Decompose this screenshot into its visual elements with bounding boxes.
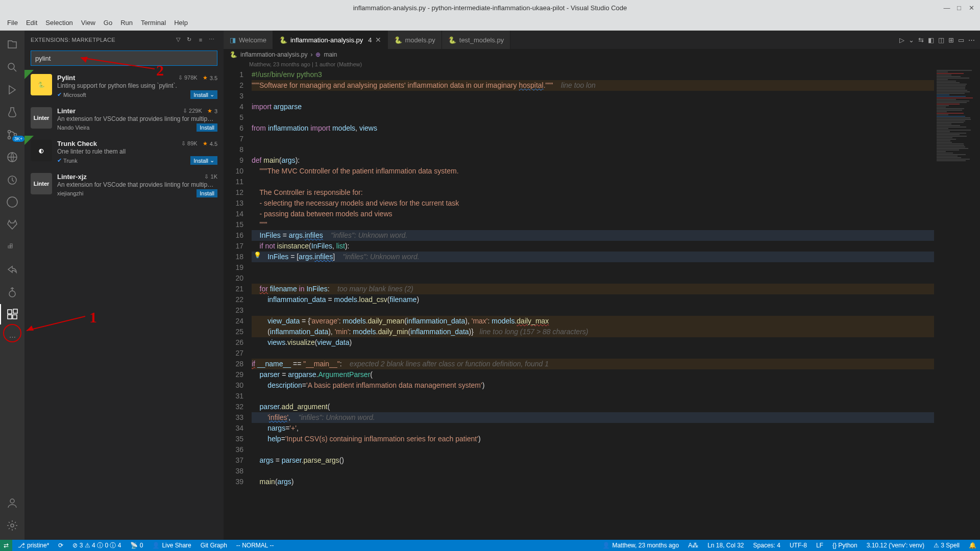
svg-point-16 — [11, 524, 14, 527]
extension-publisher: ✔ Microsoft — [57, 91, 86, 98]
status-ai[interactable]: A⁂ — [684, 540, 702, 551]
svg-rect-11 — [8, 310, 12, 314]
more-actions-icon[interactable]: ⋯ — [206, 34, 217, 45]
extension-search-input[interactable] — [31, 51, 217, 66]
remote-explorer-icon[interactable] — [0, 147, 24, 167]
tab-label: models.py — [405, 36, 435, 44]
status-cursor[interactable]: Ln 18, Col 32 — [704, 540, 747, 551]
tab-more-icon[interactable]: ⋯ — [968, 36, 975, 44]
run-debug-icon[interactable] — [0, 80, 24, 100]
extension-publisher: xiejiangzhi — [57, 190, 83, 196]
gitlens-icon[interactable] — [0, 282, 24, 302]
gitlab-icon[interactable] — [0, 214, 24, 235]
tab-label: Welcome — [239, 36, 266, 44]
sidebar-title: EXTENSIONS: MARKETPLACE — [31, 37, 115, 43]
run-icon[interactable]: ▷ — [899, 36, 904, 44]
install-button[interactable]: Install — [197, 123, 217, 132]
tab-label: inflammation-analysis.py — [290, 36, 363, 44]
breadcrumb[interactable]: 🐍inflammation-analysis.py › ⊕ main — [224, 49, 980, 60]
extension-icon: Linter — [31, 173, 52, 194]
extensions-icon[interactable] — [0, 304, 24, 324]
accounts-icon[interactable] — [0, 493, 24, 513]
status-eol[interactable]: LF — [813, 540, 827, 551]
install-button[interactable]: Install ⌄ — [190, 90, 217, 99]
extension-name: Linter-xjz — [57, 173, 87, 181]
status-spaces[interactable]: Spaces: 4 — [750, 540, 784, 551]
extension-item[interactable]: 🐍Pylint⇩ 978K ★ 3.5Linting support for p… — [24, 70, 224, 103]
extension-name: Linter — [57, 107, 76, 115]
svg-rect-14 — [13, 309, 17, 313]
clear-icon[interactable]: ≡ — [195, 34, 206, 45]
github-icon[interactable] — [0, 192, 24, 212]
menu-terminal[interactable]: Terminal — [138, 19, 169, 27]
run-split-icon[interactable]: ⌄ — [909, 36, 914, 44]
grid-icon[interactable]: ⊞ — [948, 36, 954, 44]
explorer-icon[interactable] — [0, 35, 24, 55]
split-icon[interactable]: ◫ — [938, 36, 944, 44]
extension-item[interactable]: ◐Trunk Check⇩ 89K ★ 4.5One linter to rul… — [24, 136, 224, 169]
status-encoding[interactable]: UTF-8 — [786, 540, 811, 551]
window-close-icon[interactable]: ✕ — [967, 3, 976, 12]
tab-test-models[interactable]: 🐍test_models.py — [442, 31, 510, 49]
close-tab-icon[interactable]: ✕ — [375, 36, 381, 44]
extension-desc: An extension for VSCode that provides li… — [57, 115, 217, 122]
compare-icon[interactable]: ⇆ — [918, 36, 924, 44]
extension-item[interactable]: LinterLinter-xjz⇩ 1KAn extension for VSC… — [24, 169, 224, 202]
svg-point-6 — [7, 197, 17, 207]
timer-icon[interactable] — [0, 169, 24, 190]
extension-desc: Linting support for python files using `… — [57, 82, 217, 89]
filter-icon[interactable]: ▽ — [173, 34, 184, 45]
extension-desc: An extension for VSCode that provides li… — [57, 181, 217, 188]
tab-models[interactable]: 🐍models.py — [388, 31, 442, 49]
status-sync[interactable]: ⟳ — [55, 540, 67, 551]
window-minimize-icon[interactable]: — — [942, 3, 951, 12]
install-button[interactable]: Install — [197, 189, 217, 197]
status-liveshare[interactable]: 👤 Live Share — [149, 540, 194, 551]
svg-rect-13 — [13, 315, 17, 319]
menu-help[interactable]: Help — [171, 19, 191, 27]
window-maximize-icon[interactable]: □ — [954, 3, 964, 12]
testing-icon[interactable] — [0, 102, 24, 122]
status-gitgraph[interactable]: Git Graph — [197, 540, 231, 551]
menu-view[interactable]: View — [78, 19, 99, 27]
status-ports[interactable]: 📡 0 — [127, 540, 146, 551]
diff-icon[interactable]: ◧ — [928, 36, 934, 44]
menu-file[interactable]: File — [4, 19, 21, 27]
status-vim-mode[interactable]: -- NORMAL -- — [233, 540, 278, 551]
search-icon[interactable] — [0, 57, 24, 78]
source-control-icon[interactable]: 3K+ — [0, 124, 24, 145]
menu-selection[interactable]: Selection — [42, 19, 76, 27]
extension-publisher: ✔ Trunk — [57, 157, 78, 164]
tab-inflammation-analysis[interactable]: 🐍inflammation-analysis.py4 ✕ — [273, 31, 388, 49]
menubar: File Edit Selection View Go Run Terminal… — [0, 15, 980, 31]
status-python[interactable]: 3.10.12 ('venv': venv) — [863, 540, 928, 551]
menu-run[interactable]: Run — [117, 19, 136, 27]
editor-group: ◨Welcome 🐍inflammation-analysis.py4 ✕ 🐍m… — [224, 31, 980, 540]
layout-icon[interactable]: ▭ — [958, 36, 964, 44]
extension-desc: One linter to rule them all — [57, 148, 217, 155]
status-spell[interactable]: ⚠ 3 Spell — [930, 540, 963, 551]
svg-rect-7 — [8, 246, 10, 248]
more-icon[interactable]: ⋯ — [0, 327, 24, 347]
svg-rect-12 — [8, 315, 12, 319]
menu-go[interactable]: Go — [101, 19, 115, 27]
refresh-icon[interactable]: ↻ — [184, 34, 195, 45]
status-branch[interactable]: ⎇ pristine* — [14, 540, 53, 551]
code-editor[interactable]: #!/usr/bin/env python3"""Software for ma… — [252, 69, 934, 540]
menu-edit[interactable]: Edit — [23, 19, 40, 27]
minimap[interactable] — [934, 69, 980, 540]
status-remote[interactable]: ⇄ — [0, 540, 12, 551]
install-button[interactable]: Install ⌄ — [190, 156, 217, 165]
status-language[interactable]: {} Python — [829, 540, 861, 551]
extension-item[interactable]: LinterLinter⇩ 229K ★ 3An extension for V… — [24, 103, 224, 136]
docker-icon[interactable] — [0, 237, 24, 257]
status-problems[interactable]: ⊘ 3 ⚠ 4 ⓘ 0 ⓘ 4 — [69, 540, 125, 551]
scm-badge: 3K+ — [12, 136, 24, 142]
lightbulb-icon[interactable]: 💡 — [254, 252, 261, 259]
status-blame[interactable]: 👤 Matthew, 23 months ago — [599, 540, 682, 551]
tab-welcome[interactable]: ◨Welcome — [224, 31, 273, 49]
share-icon[interactable] — [0, 259, 24, 280]
settings-icon[interactable] — [0, 515, 24, 536]
status-notifications-icon[interactable]: 🔔 — [965, 540, 980, 551]
extension-stats: ⇩ 89K ★ 4.5 — [181, 140, 217, 147]
